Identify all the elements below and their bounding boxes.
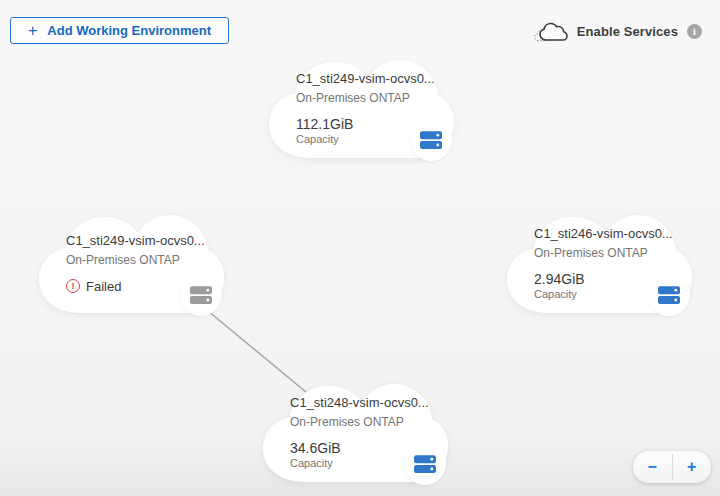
node-type: On-Premises ONTAP <box>534 246 673 260</box>
working-environments-canvas[interactable]: + Add Working Environment Enable Service… <box>0 0 720 496</box>
node-title: C1_sti248-vsim-ocvs0... <box>290 395 429 410</box>
working-environment-node-sti248[interactable]: C1_sti248-vsim-ocvs0... On-Premises ONTA… <box>256 380 452 484</box>
warning-icon: ! <box>66 279 80 293</box>
node-type: On-Premises ONTAP <box>66 253 205 267</box>
storage-icon <box>648 274 690 316</box>
node-title: C1_sti249-vsim-ocvs0... <box>296 71 435 86</box>
storage-icon <box>410 119 452 161</box>
working-environment-node-sti249-failed[interactable]: C1_sti249-vsim-ocvs0... On-Premises ONTA… <box>32 211 228 315</box>
zoom-out-button[interactable]: − <box>633 451 672 483</box>
storage-icon <box>404 443 446 485</box>
zoom-controls: − + <box>633 451 711 483</box>
node-type: On-Premises ONTAP <box>296 91 435 105</box>
storage-icon <box>180 274 222 316</box>
zoom-in-button[interactable]: + <box>673 451 712 483</box>
node-type: On-Premises ONTAP <box>290 415 429 429</box>
working-environment-node-sti249-top[interactable]: C1_sti249-vsim-ocvs0... On-Premises ONTA… <box>262 56 458 160</box>
node-title: C1_sti246-vsim-ocvs0... <box>534 226 673 241</box>
working-environment-node-sti246[interactable]: C1_sti246-vsim-ocvs0... On-Premises ONTA… <box>500 211 696 315</box>
node-title: C1_sti249-vsim-ocvs0... <box>66 233 205 248</box>
node-status-failed: Failed <box>86 279 121 294</box>
